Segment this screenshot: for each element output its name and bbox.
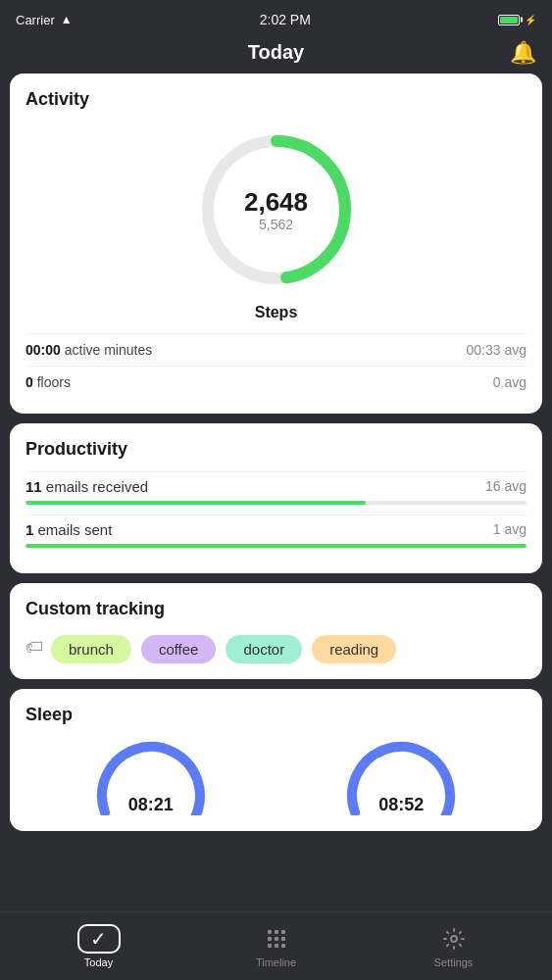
status-right: ⚡ <box>498 15 536 25</box>
steps-center: 2,648 5,562 <box>244 188 308 232</box>
svg-rect-6 <box>268 930 272 934</box>
tag-brunch[interactable]: brunch <box>51 635 131 663</box>
steps-label: Steps <box>255 304 298 321</box>
sleep-card: Sleep 08:21 08:52 <box>10 689 542 831</box>
header: Today 🔔 <box>0 35 552 74</box>
activity-card: Activity 2,648 5,562 Steps 00:00 active … <box>10 74 542 414</box>
emails-sent-progress-bar <box>25 544 527 548</box>
active-minutes-label: 00:00 active minutes <box>25 342 152 358</box>
productivity-title: Productivity <box>25 439 527 460</box>
svg-point-15 <box>451 936 457 942</box>
emails-received-label: 11 emails received <box>25 478 148 495</box>
active-minutes-avg: 00:33 avg <box>467 342 527 358</box>
steps-goal: 5,562 <box>244 216 308 231</box>
svg-rect-12 <box>268 944 272 948</box>
page-title: Today <box>248 41 304 64</box>
active-minutes-row: 00:00 active minutes 00:33 avg <box>25 333 527 366</box>
svg-rect-11 <box>281 937 285 941</box>
settings-icon <box>432 924 476 954</box>
floors-row: 0 floors 0 avg <box>25 366 527 398</box>
active-minutes-text: active minutes <box>65 342 152 358</box>
sleep-circle-2: 08:52 <box>342 737 460 815</box>
activity-chart: 2,648 5,562 Steps <box>25 122 527 321</box>
emails-sent-count: 1 <box>25 521 33 538</box>
custom-tracking-card: Custom tracking 🏷 brunch coffee doctor r… <box>10 583 542 679</box>
status-bar: Carrier ▲ 2:02 PM ⚡ <box>0 0 552 35</box>
custom-tracking-title: Custom tracking <box>25 599 527 619</box>
bottom-nav: ✓ Today Timeline Settings <box>0 911 552 980</box>
emails-received-avg: 16 avg <box>485 478 527 495</box>
svg-rect-8 <box>281 930 285 934</box>
timeline-icon <box>255 924 298 954</box>
nav-today-label: Today <box>84 956 113 968</box>
emails-sent-header: 1 emails sent 1 avg <box>25 521 527 538</box>
steps-current: 2,648 <box>244 188 308 217</box>
sleep-title: Sleep <box>25 705 527 725</box>
wifi-icon: ▲ <box>61 13 73 26</box>
emails-sent-progress-fill <box>25 544 527 548</box>
sleep-donut-2: 08:52 <box>342 737 460 815</box>
sleep-circles: 08:21 08:52 <box>25 737 527 815</box>
active-minutes-value: 00:00 <box>25 342 61 358</box>
emails-received-row: 11 emails received 16 avg <box>25 471 527 514</box>
bell-icon[interactable]: 🔔 <box>510 40 536 66</box>
sleep-value-1: 08:21 <box>128 795 174 815</box>
tag-reading[interactable]: reading <box>312 635 396 663</box>
status-left: Carrier ▲ <box>16 13 73 27</box>
emails-sent-text: emails sent <box>38 521 113 538</box>
activity-title: Activity <box>25 89 527 110</box>
svg-rect-13 <box>275 944 278 948</box>
bolt-icon: ⚡ <box>525 15 536 25</box>
svg-rect-7 <box>275 930 278 934</box>
svg-rect-14 <box>281 944 285 948</box>
floors-value: 0 <box>25 374 33 390</box>
today-icon: ✓ <box>77 924 121 954</box>
sleep-circle-1: 08:21 <box>92 737 210 815</box>
floors-text: floors <box>37 374 71 390</box>
emails-received-header: 11 emails received 16 avg <box>25 478 527 495</box>
nav-settings-label: Settings <box>434 956 474 968</box>
tag-doctor[interactable]: doctor <box>226 635 302 663</box>
nav-today[interactable]: ✓ Today <box>10 924 187 968</box>
emails-received-progress-bar <box>25 501 527 505</box>
steps-donut: 2,648 5,562 <box>188 122 365 298</box>
emails-sent-avg: 1 avg <box>493 521 527 538</box>
nav-timeline-label: Timeline <box>256 956 296 968</box>
emails-received-text: emails received <box>46 478 148 495</box>
svg-rect-9 <box>268 937 272 941</box>
sleep-donut-1: 08:21 <box>92 737 210 815</box>
status-time: 2:02 PM <box>260 12 311 27</box>
emails-received-progress-fill <box>25 501 366 505</box>
svg-rect-10 <box>275 937 278 941</box>
tag-coffee[interactable]: coffee <box>141 635 217 663</box>
emails-received-count: 11 <box>25 478 42 495</box>
floors-label: 0 floors <box>25 374 71 390</box>
main-content: Activity 2,648 5,562 Steps 00:00 active … <box>0 74 552 905</box>
productivity-card: Productivity 11 emails received 16 avg 1… <box>10 423 542 573</box>
floors-avg: 0 avg <box>493 374 527 390</box>
emails-sent-label: 1 emails sent <box>25 521 112 538</box>
nav-settings[interactable]: Settings <box>365 924 542 968</box>
tags-row: brunch coffee doctor reading <box>51 635 396 663</box>
sleep-value-2: 08:52 <box>378 795 424 815</box>
carrier-label: Carrier <box>16 13 55 27</box>
nav-timeline[interactable]: Timeline <box>187 924 365 968</box>
tag-icon: 🏷 <box>25 637 43 658</box>
battery-fill <box>500 17 518 24</box>
battery-icon <box>498 15 520 25</box>
emails-sent-row: 1 emails sent 1 avg <box>25 514 527 558</box>
